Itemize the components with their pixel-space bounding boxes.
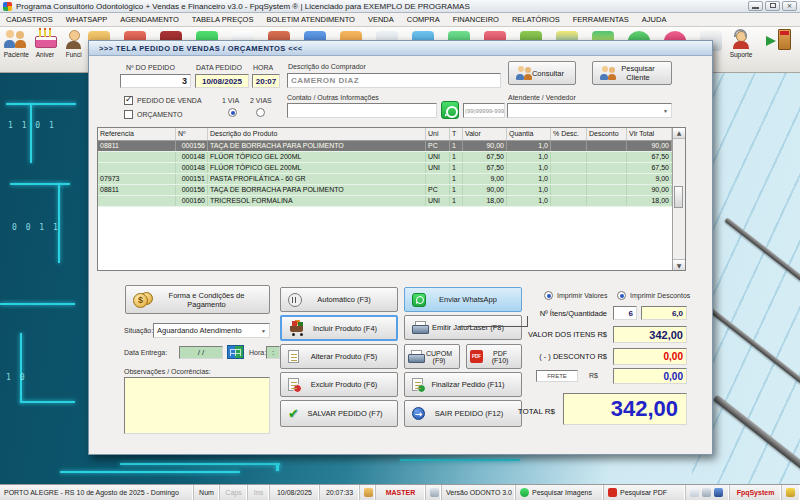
data-entrega-field[interactable]: / / <box>179 346 223 359</box>
app-icon <box>3 2 12 11</box>
orcamento-label: ORÇAMENTO <box>137 111 182 118</box>
close-button[interactable]: × <box>782 1 797 11</box>
hora-field[interactable]: : <box>266 346 280 359</box>
imprimir-descontos-radio[interactable] <box>617 291 626 300</box>
payment-conditions-button[interactable]: Forma e Condições de Pagamento <box>125 285 270 314</box>
printer-icon <box>430 488 439 497</box>
table-row[interactable]: 000148 FLÚOR TÓPICO GEL 200MLUNI 167,50 … <box>98 163 672 174</box>
table-row[interactable]: 08811000156 TAÇA DE BORRACHA PARA POLIME… <box>98 141 672 152</box>
table-header: ReferenciaNº Descrição do ProdutoUni TVa… <box>98 128 672 141</box>
support-icon <box>729 29 753 49</box>
pedido-de-venda-checkbox[interactable] <box>124 96 133 105</box>
menu-bar: CADASTROS WHATSAPP AGENDAMENTO TABELA PR… <box>0 13 800 27</box>
valor-itens-label: VALOR DOS ITENS R$ <box>479 330 607 339</box>
page-icon <box>690 488 699 497</box>
table-row[interactable]: 07973000151 PASTA PROFILÁTICA - 60 GR 19… <box>98 174 672 185</box>
patients-icon <box>4 29 28 49</box>
exit-door-icon <box>766 29 792 51</box>
buyer-description-field[interactable]: CAMERON DIAZ <box>287 73 501 88</box>
menu-relatorios[interactable]: RELATÓRIOS <box>512 15 560 24</box>
menu-venda[interactable]: VENDA <box>368 15 394 24</box>
contact-label: Contato / Outras Informações <box>287 94 379 101</box>
order-number-field[interactable]: 3 <box>120 74 191 88</box>
status-search-pdf[interactable]: Pesquisar PDF <box>604 485 686 500</box>
cupom-button[interactable]: CUPOM (F9) <box>404 344 460 369</box>
scroll-up-arrow[interactable]: ▲ <box>673 128 685 139</box>
order-time-field[interactable]: 20:07 <box>252 74 280 88</box>
menu-boletim[interactable]: BOLETIM ATENDIMENTO <box>266 15 354 24</box>
attendant-dropdown[interactable] <box>507 103 672 118</box>
whatsapp-icon <box>441 101 459 119</box>
toolbar-suporte[interactable]: Suporte <box>722 29 760 71</box>
frete-field[interactable]: 0,00 <box>613 368 687 384</box>
calendar-picker-button[interactable] <box>227 345 244 359</box>
toolbar-funcionario[interactable]: Funci <box>59 29 88 71</box>
minimize-button[interactable] <box>748 1 763 11</box>
menu-cadastros[interactable]: CADASTROS <box>6 15 53 24</box>
exit-arrow-icon <box>412 407 425 420</box>
desconto-label: ( - ) DESCONTO R$ <box>479 352 607 361</box>
toolbar-paciente[interactable]: Paciente <box>2 29 31 71</box>
menu-whatsapp[interactable]: WHATSAPP <box>66 15 108 24</box>
auto-icon <box>288 293 302 307</box>
hora-label: Hora: <box>249 349 266 356</box>
buyer-description-label: Descrição do Comprador <box>288 63 366 70</box>
status-search-images[interactable]: Pesquisar Imagens <box>516 485 604 500</box>
restore-button[interactable] <box>765 1 780 11</box>
via1-label: 1 VIA <box>222 97 239 104</box>
toolbar-exit[interactable] <box>760 29 798 71</box>
incluir-produto-button[interactable]: Incluir Produto (F4) <box>280 315 398 341</box>
frete-label-box[interactable]: FRETE <box>536 370 578 382</box>
menu-ajuda[interactable]: AJUDA <box>642 15 667 24</box>
imprimir-descontos-label: Imprimir Descontos <box>630 292 690 299</box>
status-utility-icons[interactable] <box>686 485 730 500</box>
situacao-label: Situação: <box>124 327 153 334</box>
orcamento-checkbox[interactable] <box>124 110 133 119</box>
observacoes-textarea[interactable] <box>124 377 270 434</box>
check-icon <box>288 407 302 420</box>
pedido-de-venda-label: PEDIDO DE VENDA <box>137 97 202 104</box>
salvar-pedido-button[interactable]: SALVAR PEDIDO (F7) <box>280 400 398 427</box>
menu-ferramentas[interactable]: FERRAMENTAS <box>573 15 629 24</box>
table-scrollbar[interactable]: ▲ ▼ <box>672 128 685 270</box>
user-icon <box>364 488 373 497</box>
situacao-dropdown[interactable]: Aguardando Atendimento <box>153 323 270 338</box>
toolbar-aniver[interactable]: Aniver <box>31 29 60 71</box>
whatsapp-icon <box>412 293 426 307</box>
window-title: Programa Consultório Odontológico + Vend… <box>16 2 470 11</box>
scroll-down-arrow[interactable]: ▼ <box>673 259 685 270</box>
calendar-icon <box>227 345 244 359</box>
employee-icon <box>64 29 84 49</box>
pesquisar-cliente-button[interactable]: Pesquisar Cliente <box>592 61 672 85</box>
via1-radio[interactable] <box>228 108 237 117</box>
imprimir-valores-radio[interactable] <box>544 291 553 300</box>
itens-count-field: 6 <box>613 306 637 320</box>
via2-radio[interactable] <box>256 108 265 117</box>
table-row[interactable]: 000160 TRICRESOL FORMALINAUNI 118,00 1,0… <box>98 196 672 207</box>
automatico-button[interactable]: Automático (F3) <box>280 287 398 312</box>
consultar-button[interactable]: Consultar <box>508 61 576 85</box>
itens-quantidade-label: Nº Ítens/Quantidade <box>489 309 607 318</box>
order-date-field[interactable]: 10/08/2025 <box>195 74 249 88</box>
whatsapp-send-button[interactable] <box>441 101 459 119</box>
printer-icon <box>408 350 423 363</box>
menu-compra[interactable]: COMPRA <box>407 15 440 24</box>
menu-tabela-precos[interactable]: TABELA PREÇOS <box>192 15 254 24</box>
alterar-produto-button[interactable]: Alterar Produto (F5) <box>280 344 398 369</box>
phone-field[interactable]: (99)99999-9999 <box>463 103 505 118</box>
menu-financeiro[interactable]: FINANCEIRO <box>453 15 499 24</box>
table-row[interactable]: 000148 FLÚOR TÓPICO GEL 200MLUNI 167,50 … <box>98 152 672 163</box>
menu-agendamento[interactable]: AGENDAMENTO <box>120 15 179 24</box>
person-search-icon <box>600 66 617 80</box>
delete-document-icon <box>288 378 299 391</box>
finalizar-pedido-button[interactable]: Finalizar Pedido (F11) <box>404 372 522 397</box>
status-printer-icon-seg <box>426 485 442 500</box>
connector-line <box>460 326 527 327</box>
scroll-thumb[interactable] <box>674 186 683 208</box>
contact-field[interactable] <box>287 103 437 118</box>
itens-qty-field: 6,0 <box>641 306 687 320</box>
table-row[interactable]: 08811000156 TAÇA DE BORRACHA PARA POLIME… <box>98 185 672 196</box>
excluir-produto-button[interactable]: Excluir Produto (F6) <box>280 372 398 397</box>
data-entrega-label: Data Entrega: <box>124 349 167 356</box>
status-time: 20:07:33 <box>320 485 360 500</box>
